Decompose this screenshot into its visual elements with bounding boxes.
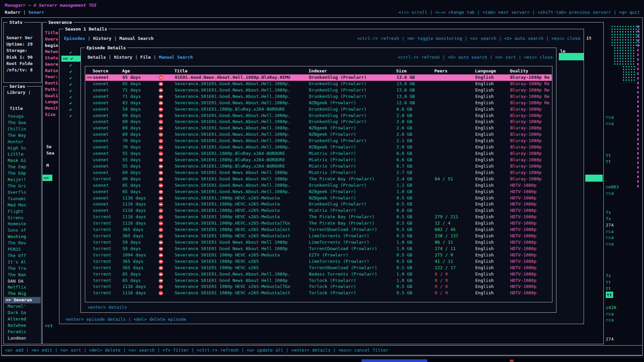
library-item[interactable]: Marvel': [4, 303, 41, 310]
result-row[interactable]: usenet1116 daysSeverance.S01E01.1080p.HE…: [86, 195, 552, 201]
library-item[interactable]: The Emp: [4, 164, 41, 170]
rejected-icon: [159, 221, 163, 226]
cell-source: usenet: [93, 138, 109, 144]
cell-language: English: [475, 138, 494, 144]
library-item[interactable]: Chillin: [4, 126, 41, 132]
library-item-selected[interactable]: => Severan: [4, 297, 41, 303]
result-row[interactable]: torrent1116 daysSeverance S01E01 1080p H…: [86, 214, 552, 220]
cell-source: usenet: [93, 94, 109, 100]
result-row[interactable]: torrent65 daysSeverance S01E01 Good News…: [86, 278, 552, 284]
result-row[interactable]: torrent365 daysSeverance S01E01 1080p HE…: [86, 258, 552, 265]
monitored-icon: ✔: [69, 106, 72, 113]
result-row[interactable]: usenet69 daysSeverance S01E01 Good News …: [86, 170, 552, 176]
result-row[interactable]: torrent1116 daysSeverance S01E01 1080p H…: [86, 284, 552, 290]
result-row[interactable]: usenet54 daysSeverance.S01E01.1080p.BluR…: [86, 106, 552, 113]
library-item[interactable]: Mad Men: [4, 202, 41, 208]
result-row[interactable]: torrent1094 daysSeverance S01E01 1080p H…: [86, 252, 552, 258]
library-item[interactable]: Keijo!!: [4, 177, 41, 183]
result-row[interactable]: usenet69 daysSeverance.S01E01.Good.News.…: [86, 131, 552, 138]
result-row[interactable]: torrent365 daysSeverance S01E01 1080p HE…: [86, 265, 552, 271]
library-item[interactable]: Landman: [4, 335, 41, 342]
result-row[interactable]: usenet70 daysSeverance.S01E01.Good.News.…: [86, 138, 552, 144]
episode-tab-bar: Details|History|File|Manual Search: [88, 54, 193, 60]
tab-radarr[interactable]: Radarr: [5, 10, 20, 15]
result-row[interactable]: torrent65 daysSeverance.S01E01.Good.News…: [86, 271, 552, 278]
library-item[interactable]: The Off: [4, 253, 41, 259]
result-row[interactable]: usenet71 daysSeverance.S01E01.Good.News.…: [86, 87, 552, 94]
result-row[interactable]: usenet1116 daysSeverance.S01E01.1080p.HE…: [86, 201, 552, 207]
library-item[interactable]: Paradis: [4, 329, 41, 335]
cell-indexer: DrunkenSlug (Prowlarr): [309, 119, 367, 125]
result-row[interactable]: torrent365 daysSeverance S01E01 1080p HE…: [86, 233, 552, 239]
library-item[interactable]: Sirens: [4, 215, 41, 221]
tab-library[interactable]: Library: [7, 90, 25, 95]
library-item[interactable]: Yosuga: [4, 113, 41, 120]
result-row[interactable]: usenet65 daysSeverance.S01E01.Good.News.…: [86, 182, 552, 189]
library-item[interactable]: Altered: [4, 316, 41, 322]
cell-indexer: DrunkenSlug (Prowlarr): [309, 87, 367, 94]
taskbar-indicator[interactable]: [510, 360, 514, 362]
library-item[interactable]: Sons of: [4, 227, 41, 234]
library-item[interactable]: The Nig: [4, 291, 41, 297]
library-item[interactable]: The Way: [4, 132, 41, 139]
library-item[interactable]: The Rev: [4, 240, 41, 246]
result-row[interactable]: usenet70 daysSeverance.S01E01.Good.News.…: [86, 144, 552, 150]
cell-size: 13.6 GB: [396, 94, 415, 100]
library-item[interactable]: Little: [4, 151, 41, 158]
result-row[interactable]: usenet69 daysSeverance.S01E01.Good.News.…: [86, 125, 552, 131]
cell-age: 65 days: [122, 182, 141, 189]
library-item[interactable]: Washing: [4, 234, 41, 240]
library-item[interactable]: The Nan: [4, 272, 41, 278]
cell-source: usenet: [93, 131, 109, 138]
library-item[interactable]: PEN15: [4, 246, 41, 253]
cell-title: Severance.S01E01.Good.News.About.Hell.10…: [175, 87, 308, 94]
library-item[interactable]: Dark Ga: [4, 310, 41, 316]
cell-size: 6.7 GB: [396, 163, 412, 170]
result-row[interactable]: torrent365 daysSeverance S01E01 1080p HE…: [86, 227, 552, 233]
tab-episode-history[interactable]: History: [114, 55, 132, 60]
result-row[interactable]: torrent1116 daysSeverance.S01E01.1080p.H…: [86, 220, 552, 227]
library-item[interactable]: It's Al: [4, 259, 41, 265]
result-row[interactable]: =>usenet65 days01E01.Good.News.About.Hel…: [86, 74, 552, 81]
tab-sonarr[interactable]: Sonarr: [29, 10, 44, 15]
result-row[interactable]: usenet1116 daysSeverance.S01E01.1080p.HE…: [86, 207, 552, 214]
result-row[interactable]: torrent1116 daysSeverance S01E01 1080p H…: [86, 290, 552, 296]
cell-quality: HDTV-1080p: [510, 239, 552, 246]
clipped-text-fragment: 274: [606, 222, 613, 228]
result-row[interactable]: usenet55 daysSeverance.S01E01.1080p.BluR…: [86, 163, 552, 170]
library-item[interactable]: Homeste: [4, 221, 41, 227]
library-list: YosugaThe QwaChillinThe WayHunterHigh Sc…: [4, 113, 41, 342]
taskbar-item[interactable]: [362, 359, 427, 362]
result-row[interactable]: usenet65 daysSeverance.S01E01.Good.News.…: [86, 189, 552, 195]
tab-episodes[interactable]: Episodes: [64, 36, 85, 41]
result-row[interactable]: torrent59 daysSeverance S01E01 Good News…: [86, 239, 552, 246]
tab-season-manual-search[interactable]: Manual Search: [119, 36, 154, 41]
result-row[interactable]: usenet55 daysSeverance.S01E01.1080p.BluR…: [86, 157, 552, 163]
library-item[interactable]: Hunter: [4, 139, 41, 145]
result-row[interactable]: torrent59 daysSeverance S01E01 Good News…: [86, 246, 552, 252]
library-item[interactable]: The Gri: [4, 183, 41, 189]
library-item[interactable]: The Tra: [4, 265, 41, 272]
result-row[interactable]: usenet55 daysSeverance.S01E01.1080p.BluR…: [86, 150, 552, 157]
library-item[interactable]: Batwhee: [4, 322, 41, 329]
library-item[interactable]: Netflix: [4, 284, 41, 291]
result-row[interactable]: usenet69 daysSeverance.S01E01.Good.News.…: [86, 113, 552, 119]
result-row[interactable]: usenet65 daysSeverance.S01E01.Good.News.…: [86, 81, 552, 87]
library-item[interactable]: Tsunami: [4, 196, 41, 202]
tab-episode-details[interactable]: Details: [88, 55, 106, 60]
cell-indexer: NZBgeek (Prowlarr): [309, 125, 356, 131]
result-row[interactable]: torrent69 daysSeverance S01E01 Good News…: [86, 176, 552, 182]
library-item[interactable]: DAN DA: [4, 278, 41, 285]
tab-episode-file[interactable]: File: [140, 55, 151, 60]
result-row[interactable]: usenet69 daysSeverance.S01E01.Good.News.…: [86, 119, 552, 125]
tab-episode-manual-search[interactable]: Manual Search: [159, 55, 193, 60]
library-item[interactable]: Overflo: [4, 189, 41, 196]
library-item[interactable]: The Emp: [4, 170, 41, 177]
library-item[interactable]: High Sc: [4, 145, 41, 152]
library-item[interactable]: Flight: [4, 208, 41, 215]
library-item[interactable]: Mask Gi: [4, 158, 41, 164]
library-item[interactable]: The Qwa: [4, 120, 41, 126]
result-row[interactable]: usenet71 daysSeverance.S01E01.Good.News.…: [86, 94, 552, 100]
tab-season-history[interactable]: History: [93, 36, 111, 41]
result-row[interactable]: usenet63 daysSeverance.S01E01.Good.News.…: [86, 100, 552, 106]
